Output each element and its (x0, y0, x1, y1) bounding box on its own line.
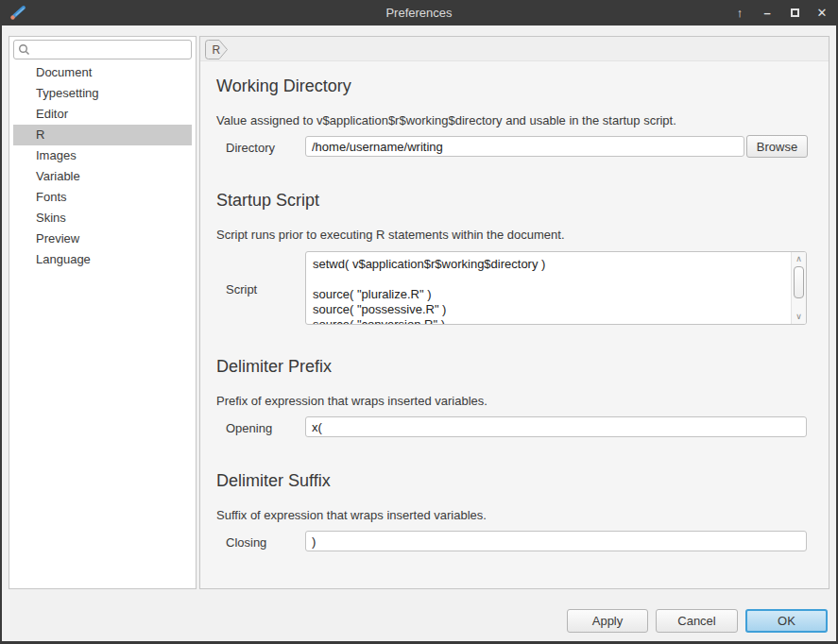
window-title: Preferences (0, 0, 838, 25)
minimize-icon[interactable]: – (759, 5, 776, 22)
browse-button[interactable]: Browse (746, 135, 808, 158)
closing-delimiter-input[interactable] (305, 531, 807, 551)
scroll-up-icon[interactable]: ∧ (792, 253, 806, 265)
ok-button[interactable]: OK (745, 609, 828, 633)
preferences-window: Preferences ↑ – ✕ Document Typesetting E… (0, 0, 838, 644)
delimiter-prefix-title: Delimiter Prefix (216, 357, 332, 377)
breadcrumb-tag[interactable]: R (204, 39, 231, 60)
script-scrollbar[interactable]: ∧ ∨ (791, 252, 806, 324)
opening-label: Opening (226, 421, 272, 435)
sidebar-item-r[interactable]: R (13, 125, 192, 145)
close-icon[interactable]: ✕ (813, 5, 830, 22)
sidebar-item-variable[interactable]: Variable (13, 166, 192, 187)
maximize-icon[interactable] (786, 5, 803, 22)
sidebar-item-editor[interactable]: Editor (13, 104, 192, 125)
search-icon (18, 43, 30, 56)
breadcrumb-label: R (213, 43, 221, 57)
script-label: Script (226, 282, 257, 297)
delimiter-suffix-description: Suffix of expression that wraps inserted… (216, 508, 487, 522)
breadcrumb: R (200, 37, 829, 61)
closing-label: Closing (226, 535, 266, 550)
delimiter-prefix-description: Prefix of expression that wraps inserted… (216, 394, 487, 408)
sidebar-item-fonts[interactable]: Fonts (13, 187, 192, 208)
apply-button[interactable]: Apply (567, 609, 648, 633)
sidebar-item-language[interactable]: Language (13, 249, 192, 270)
titlebar: Preferences ↑ – ✕ (0, 0, 838, 25)
sidebar-item-typesetting[interactable]: Typesetting (13, 83, 192, 104)
sidebar-item-preview[interactable]: Preview (13, 229, 192, 249)
dialog-body: Document Typesetting Editor R Images Var… (2, 25, 836, 641)
search-input[interactable] (30, 43, 191, 57)
startup-script-title: Startup Script (216, 191, 319, 211)
settings-pane: R Working Directory Value assigned to v$… (199, 36, 829, 589)
scroll-down-icon[interactable]: ∨ (792, 311, 806, 323)
settings-nav-list: Document Typesetting Editor R Images Var… (13, 62, 192, 270)
cancel-button[interactable]: Cancel (656, 609, 738, 633)
window-controls: ↑ – ✕ (731, 0, 830, 25)
script-textarea[interactable]: setwd( v$application$r$working$directory… (306, 252, 806, 324)
startup-script-description: Script runs prior to executing R stateme… (216, 228, 565, 242)
maximize-glyph (791, 8, 799, 17)
sidebar-item-document[interactable]: Document (13, 62, 192, 83)
delimiter-suffix-title: Delimiter Suffix (216, 471, 331, 491)
working-directory-title: Working Directory (216, 76, 351, 96)
search-box[interactable] (13, 40, 192, 59)
shade-icon[interactable]: ↑ (731, 5, 748, 22)
script-editor: setwd( v$application$r$working$directory… (305, 251, 807, 325)
opening-delimiter-input[interactable] (305, 416, 807, 437)
directory-label: Directory (226, 141, 275, 155)
sidebar: Document Typesetting Editor R Images Var… (9, 36, 197, 589)
working-directory-description: Value assigned to v$application$r$workin… (216, 113, 676, 127)
sidebar-item-images[interactable]: Images (13, 145, 192, 166)
directory-input[interactable] (305, 136, 744, 157)
scrollbar-thumb[interactable] (794, 266, 804, 298)
sidebar-item-skins[interactable]: Skins (13, 208, 192, 229)
